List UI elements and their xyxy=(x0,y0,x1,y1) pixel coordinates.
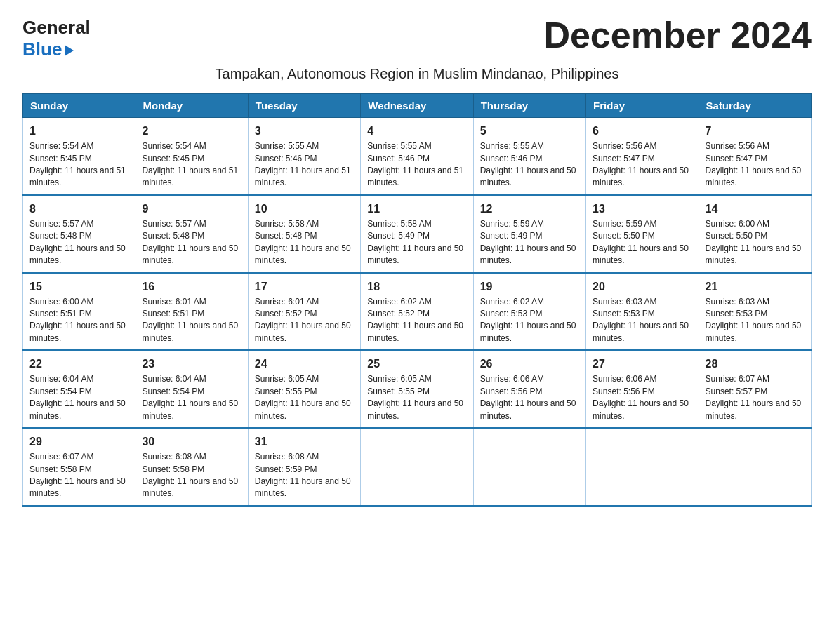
calendar-week-row: 1Sunrise: 5:54 AMSunset: 5:45 PMDaylight… xyxy=(23,118,812,195)
calendar-week-row: 29Sunrise: 6:07 AMSunset: 5:58 PMDayligh… xyxy=(23,428,812,506)
header-cell-tuesday: Tuesday xyxy=(248,94,360,118)
header-cell-sunday: Sunday xyxy=(23,94,135,118)
calendar-cell: 18Sunrise: 6:02 AMSunset: 5:52 PMDayligh… xyxy=(361,273,473,351)
day-info: Sunrise: 6:02 AMSunset: 5:52 PMDaylight:… xyxy=(367,296,466,345)
logo: General Blue xyxy=(22,17,91,60)
day-info: Sunrise: 5:57 AMSunset: 5:48 PMDaylight:… xyxy=(29,218,128,267)
page-header: General Blue December 2024 xyxy=(22,17,812,60)
calendar-cell: 9Sunrise: 5:57 AMSunset: 5:48 PMDaylight… xyxy=(135,195,248,273)
header-cell-friday: Friday xyxy=(586,94,699,118)
header-cell-saturday: Saturday xyxy=(699,94,811,118)
calendar-cell: 30Sunrise: 6:08 AMSunset: 5:58 PMDayligh… xyxy=(135,428,248,506)
calendar-cell: 14Sunrise: 6:00 AMSunset: 5:50 PMDayligh… xyxy=(699,195,811,273)
logo-line1: General xyxy=(22,17,91,39)
calendar-table: SundayMondayTuesdayWednesdayThursdayFrid… xyxy=(22,93,812,507)
calendar-cell: 23Sunrise: 6:04 AMSunset: 5:54 PMDayligh… xyxy=(135,350,248,428)
day-info: Sunrise: 5:58 AMSunset: 5:49 PMDaylight:… xyxy=(367,218,466,267)
calendar-cell: 2Sunrise: 5:54 AMSunset: 5:45 PMDaylight… xyxy=(135,118,248,195)
calendar-cell: 15Sunrise: 6:00 AMSunset: 5:51 PMDayligh… xyxy=(23,273,135,351)
calendar-week-row: 8Sunrise: 5:57 AMSunset: 5:48 PMDaylight… xyxy=(23,195,812,273)
calendar-week-row: 15Sunrise: 6:00 AMSunset: 5:51 PMDayligh… xyxy=(23,273,812,351)
day-info: Sunrise: 6:01 AMSunset: 5:51 PMDaylight:… xyxy=(142,296,241,345)
calendar-cell xyxy=(699,428,811,506)
day-number: 15 xyxy=(29,279,128,295)
day-number: 3 xyxy=(255,123,354,139)
day-info: Sunrise: 6:05 AMSunset: 5:55 PMDaylight:… xyxy=(367,373,466,422)
calendar-cell: 24Sunrise: 6:05 AMSunset: 5:55 PMDayligh… xyxy=(248,350,360,428)
calendar-cell: 1Sunrise: 5:54 AMSunset: 5:45 PMDaylight… xyxy=(23,118,135,195)
calendar-cell: 11Sunrise: 5:58 AMSunset: 5:49 PMDayligh… xyxy=(361,195,473,273)
day-number: 18 xyxy=(367,279,466,295)
day-info: Sunrise: 6:00 AMSunset: 5:51 PMDaylight:… xyxy=(29,296,128,345)
calendar-body: 1Sunrise: 5:54 AMSunset: 5:45 PMDaylight… xyxy=(23,118,812,506)
calendar-cell: 26Sunrise: 6:06 AMSunset: 5:56 PMDayligh… xyxy=(473,350,585,428)
day-info: Sunrise: 6:07 AMSunset: 5:58 PMDaylight:… xyxy=(29,451,128,500)
calendar-cell: 10Sunrise: 5:58 AMSunset: 5:48 PMDayligh… xyxy=(248,195,360,273)
day-number: 29 xyxy=(29,434,128,450)
calendar-cell: 16Sunrise: 6:01 AMSunset: 5:51 PMDayligh… xyxy=(135,273,248,351)
day-info: Sunrise: 6:00 AMSunset: 5:50 PMDaylight:… xyxy=(706,218,805,267)
day-info: Sunrise: 6:03 AMSunset: 5:53 PMDaylight:… xyxy=(706,296,805,345)
calendar-cell xyxy=(361,428,473,506)
day-info: Sunrise: 5:55 AMSunset: 5:46 PMDaylight:… xyxy=(255,140,354,189)
day-info: Sunrise: 6:04 AMSunset: 5:54 PMDaylight:… xyxy=(142,373,241,422)
calendar-cell xyxy=(473,428,585,506)
day-number: 13 xyxy=(593,201,691,217)
logo-line2: Blue xyxy=(22,39,91,60)
day-number: 11 xyxy=(367,201,466,217)
day-info: Sunrise: 5:59 AMSunset: 5:49 PMDaylight:… xyxy=(480,218,579,267)
calendar-cell: 3Sunrise: 5:55 AMSunset: 5:46 PMDaylight… xyxy=(248,118,360,195)
day-number: 23 xyxy=(142,356,241,372)
day-info: Sunrise: 6:08 AMSunset: 5:59 PMDaylight:… xyxy=(255,451,354,500)
page-subtitle: Tampakan, Autonomous Region in Muslim Mi… xyxy=(22,66,812,82)
day-info: Sunrise: 6:04 AMSunset: 5:54 PMDaylight:… xyxy=(29,373,128,422)
day-number: 12 xyxy=(480,201,579,217)
calendar-header-row: SundayMondayTuesdayWednesdayThursdayFrid… xyxy=(23,94,812,118)
day-info: Sunrise: 5:58 AMSunset: 5:48 PMDaylight:… xyxy=(255,218,354,267)
day-number: 24 xyxy=(255,356,354,372)
day-info: Sunrise: 5:56 AMSunset: 5:47 PMDaylight:… xyxy=(706,140,805,189)
day-info: Sunrise: 6:02 AMSunset: 5:53 PMDaylight:… xyxy=(480,296,579,345)
day-info: Sunrise: 6:01 AMSunset: 5:52 PMDaylight:… xyxy=(255,296,354,345)
day-info: Sunrise: 5:54 AMSunset: 5:45 PMDaylight:… xyxy=(29,140,128,189)
calendar-cell: 20Sunrise: 6:03 AMSunset: 5:53 PMDayligh… xyxy=(586,273,699,351)
day-number: 5 xyxy=(480,123,579,139)
calendar-cell: 17Sunrise: 6:01 AMSunset: 5:52 PMDayligh… xyxy=(248,273,360,351)
calendar-cell: 5Sunrise: 5:55 AMSunset: 5:46 PMDaylight… xyxy=(473,118,585,195)
day-number: 4 xyxy=(367,123,466,139)
calendar-cell: 8Sunrise: 5:57 AMSunset: 5:48 PMDaylight… xyxy=(23,195,135,273)
day-number: 7 xyxy=(706,123,805,139)
day-info: Sunrise: 5:56 AMSunset: 5:47 PMDaylight:… xyxy=(593,140,691,189)
calendar-cell: 29Sunrise: 6:07 AMSunset: 5:58 PMDayligh… xyxy=(23,428,135,506)
header-cell-wednesday: Wednesday xyxy=(361,94,473,118)
day-number: 27 xyxy=(593,356,691,372)
calendar-cell: 6Sunrise: 5:56 AMSunset: 5:47 PMDaylight… xyxy=(586,118,699,195)
calendar-cell: 21Sunrise: 6:03 AMSunset: 5:53 PMDayligh… xyxy=(699,273,811,351)
day-info: Sunrise: 5:59 AMSunset: 5:50 PMDaylight:… xyxy=(593,218,691,267)
day-number: 28 xyxy=(706,356,805,372)
day-info: Sunrise: 6:08 AMSunset: 5:58 PMDaylight:… xyxy=(142,451,241,500)
day-number: 31 xyxy=(255,434,354,450)
day-info: Sunrise: 6:07 AMSunset: 5:57 PMDaylight:… xyxy=(706,373,805,422)
day-number: 30 xyxy=(142,434,241,450)
calendar-cell: 12Sunrise: 5:59 AMSunset: 5:49 PMDayligh… xyxy=(473,195,585,273)
day-info: Sunrise: 6:03 AMSunset: 5:53 PMDaylight:… xyxy=(593,296,691,345)
calendar-cell: 22Sunrise: 6:04 AMSunset: 5:54 PMDayligh… xyxy=(23,350,135,428)
day-info: Sunrise: 6:06 AMSunset: 5:56 PMDaylight:… xyxy=(593,373,691,422)
calendar-cell: 28Sunrise: 6:07 AMSunset: 5:57 PMDayligh… xyxy=(699,350,811,428)
logo-triangle-icon xyxy=(65,45,74,56)
day-number: 25 xyxy=(367,356,466,372)
day-info: Sunrise: 6:05 AMSunset: 5:55 PMDaylight:… xyxy=(255,373,354,422)
day-number: 16 xyxy=(142,279,241,295)
day-info: Sunrise: 5:55 AMSunset: 5:46 PMDaylight:… xyxy=(367,140,466,189)
calendar-cell: 19Sunrise: 6:02 AMSunset: 5:53 PMDayligh… xyxy=(473,273,585,351)
page-title: December 2024 xyxy=(543,17,812,53)
header-cell-monday: Monday xyxy=(135,94,248,118)
day-number: 8 xyxy=(29,201,128,217)
calendar-cell: 13Sunrise: 5:59 AMSunset: 5:50 PMDayligh… xyxy=(586,195,699,273)
day-number: 20 xyxy=(593,279,691,295)
day-number: 17 xyxy=(255,279,354,295)
calendar-cell: 27Sunrise: 6:06 AMSunset: 5:56 PMDayligh… xyxy=(586,350,699,428)
day-number: 9 xyxy=(142,201,241,217)
day-number: 10 xyxy=(255,201,354,217)
